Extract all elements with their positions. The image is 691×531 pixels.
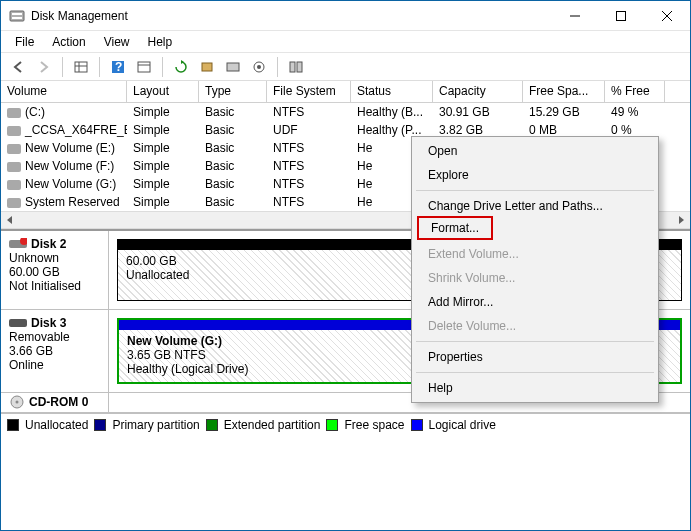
ctx-delete: Delete Volume... (414, 314, 656, 338)
help-button[interactable]: ? (107, 56, 129, 78)
disk-name: Disk 2 (31, 237, 66, 251)
svg-rect-15 (227, 63, 239, 71)
svg-rect-19 (297, 62, 302, 72)
col-capacity[interactable]: Capacity (433, 81, 523, 102)
refresh-button[interactable] (170, 56, 192, 78)
ctx-properties[interactable]: Properties (414, 345, 656, 369)
toolbar: ? (1, 53, 690, 81)
disk-icon (9, 238, 27, 250)
maximize-button[interactable] (598, 1, 644, 31)
col-layout[interactable]: Layout (127, 81, 199, 102)
ctx-explore[interactable]: Explore (414, 163, 656, 187)
window-title: Disk Management (31, 9, 552, 23)
cdrom-name: CD-ROM 0 (29, 395, 88, 409)
ctx-extend: Extend Volume... (414, 242, 656, 266)
col-fs[interactable]: File System (267, 81, 351, 102)
volume-icon (7, 162, 21, 172)
disk-kind: Unknown (9, 251, 100, 265)
disk-state: Online (9, 358, 100, 372)
col-volume[interactable]: Volume (1, 81, 127, 102)
svg-rect-4 (617, 11, 626, 20)
scroll-right-icon[interactable] (672, 212, 690, 228)
disk-name: Disk 3 (31, 316, 66, 330)
volume-icon (7, 180, 21, 190)
ctx-shrink: Shrink Volume... (414, 266, 656, 290)
grid-header: Volume Layout Type File System Status Ca… (1, 81, 690, 103)
svg-text:?: ? (115, 60, 122, 74)
context-menu: Open Explore Change Drive Letter and Pat… (411, 136, 659, 403)
col-status[interactable]: Status (351, 81, 433, 102)
svg-rect-22 (9, 319, 27, 327)
menu-action[interactable]: Action (44, 33, 93, 51)
table-row[interactable]: (C:)SimpleBasicNTFSHealthy (B...30.91 GB… (1, 103, 690, 121)
rescan-button[interactable] (196, 56, 218, 78)
volume-icon (7, 126, 21, 136)
close-button[interactable] (644, 1, 690, 31)
col-pctfree[interactable]: % Free (605, 81, 665, 102)
disk-kind: Removable (9, 330, 100, 344)
disk-icon (9, 317, 27, 329)
menu-file[interactable]: File (7, 33, 42, 51)
svg-rect-7 (75, 62, 87, 72)
svg-point-24 (16, 401, 19, 404)
svg-rect-14 (202, 63, 212, 71)
menubar: File Action View Help (1, 31, 690, 53)
action2-button[interactable] (248, 56, 270, 78)
disk-mgmt-icon (9, 8, 25, 24)
ctx-help[interactable]: Help (414, 376, 656, 400)
back-button[interactable] (7, 56, 29, 78)
svg-rect-2 (12, 17, 22, 19)
ctx-change-letter[interactable]: Change Drive Letter and Paths... (414, 194, 656, 218)
ctx-mirror[interactable]: Add Mirror... (414, 290, 656, 314)
col-free[interactable]: Free Spa... (523, 81, 605, 102)
ctx-open[interactable]: Open (414, 139, 656, 163)
minimize-button[interactable] (552, 1, 598, 31)
titlebar: Disk Management (1, 1, 690, 31)
settings-button[interactable] (133, 56, 155, 78)
col-type[interactable]: Type (199, 81, 267, 102)
view-list-button[interactable] (70, 56, 92, 78)
menu-help[interactable]: Help (140, 33, 181, 51)
disk-size: 3.66 GB (9, 344, 100, 358)
action3-button[interactable] (285, 56, 307, 78)
scroll-left-icon[interactable] (1, 212, 19, 228)
volume-icon (7, 144, 21, 154)
forward-button[interactable] (33, 56, 55, 78)
svg-rect-0 (10, 11, 24, 21)
volume-icon (7, 198, 21, 208)
menu-view[interactable]: View (96, 33, 138, 51)
volume-icon (7, 108, 21, 118)
action1-button[interactable] (222, 56, 244, 78)
legend: Unallocated Primary partition Extended p… (1, 413, 690, 435)
highlight-box: Format... (417, 216, 493, 240)
svg-rect-18 (290, 62, 295, 72)
ctx-format[interactable]: Format... Format... (414, 218, 656, 242)
cdrom-icon (9, 395, 25, 409)
disk-state: Not Initialised (9, 279, 100, 293)
disk-size: 60.00 GB (9, 265, 100, 279)
svg-rect-12 (138, 62, 150, 72)
svg-point-17 (257, 65, 261, 69)
svg-rect-1 (12, 13, 22, 15)
